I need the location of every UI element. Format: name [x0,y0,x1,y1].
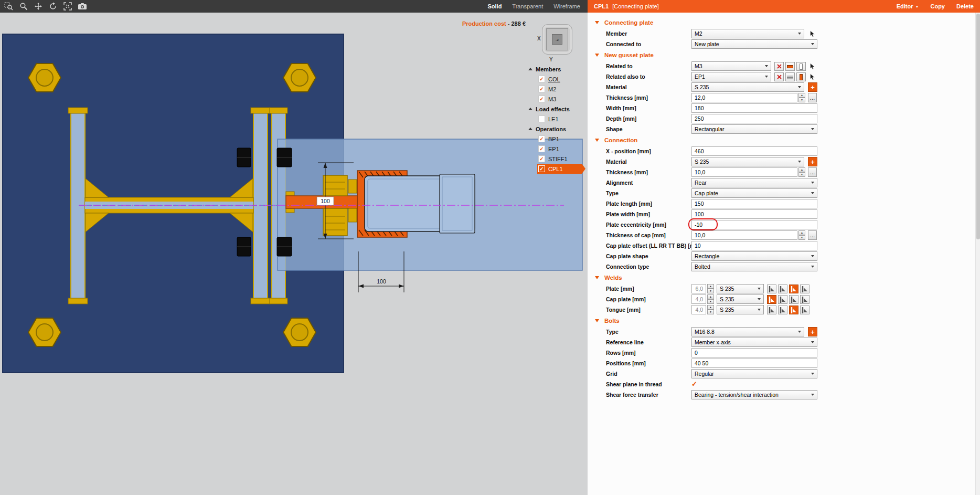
step-down-icon[interactable]: ▼ [798,98,805,102]
dropdown-cap-plate-shape[interactable]: Rectangle [691,251,817,261]
scene-canvas[interactable]: 100 100 [0,13,588,495]
weld-type-2-button[interactable] [789,285,798,293]
nav-cube[interactable]: -z X Y [538,21,577,67]
step-up-icon[interactable]: ▲ [798,167,805,172]
tree-item-cpl1[interactable]: ✓ CPL1 [537,164,585,174]
weld-type-2-button[interactable] [789,295,798,304]
more-options-button[interactable]: … [808,230,817,240]
add-material-button[interactable]: + [808,157,817,166]
step-down-icon[interactable]: ▼ [798,172,805,177]
add-type-button[interactable]: + [808,327,817,336]
checkbox[interactable] [538,115,545,122]
value-stepper[interactable]: ▲ ▼ [798,93,805,102]
checkbox[interactable]: ✓ [538,165,545,172]
weld-type-1-button[interactable] [778,306,787,314]
checkbox[interactable]: ✓ [538,96,545,102]
delete-button[interactable]: Delete [956,3,974,9]
tree-item-m3[interactable]: ✓ M3 [527,94,585,104]
dropdown-material[interactable]: S 235 [691,157,804,166]
3d-viewport[interactable]: 100 100 Production cost - 288 € -z X Y M… [0,13,588,495]
scrollbar-thumb[interactable] [976,14,980,239]
panel-scrollbar[interactable] [975,13,980,495]
weld-type-0-button[interactable] [767,306,776,314]
checkbox[interactable]: ✓ [538,145,545,152]
fit-view-icon[interactable] [61,1,74,12]
plate-v-orange-button[interactable] [796,72,806,81]
input-positions-mm[interactable]: 40 50 [691,359,817,368]
weld-type-1-button[interactable] [778,295,787,304]
tree-item-col[interactable]: ✓ COL [527,74,585,84]
step-up-icon[interactable]: ▲ [707,294,714,299]
tree-item-stiff1[interactable]: ✓ STIFF1 [527,154,585,164]
checkbox[interactable]: ✓ [538,86,545,92]
tree-item-ep1[interactable]: ✓ EP1 [527,144,585,154]
input-plate-length-mm[interactable]: 150 [691,199,817,208]
tree-group-load-effects[interactable]: Load effects [527,104,585,114]
x-red-button[interactable] [774,62,784,71]
cursor-button[interactable] [807,62,817,71]
input-cap-plate-offset-ll-rr-tt-bb-mm[interactable]: 10 [691,241,817,250]
add-material-button[interactable]: + [808,82,817,92]
input-width-mm[interactable]: 180 [691,103,817,113]
weld-material-dropdown[interactable]: S 235 [717,305,764,314]
plate-h-lines-button[interactable] [785,72,795,81]
checkbox[interactable]: ✓ [538,155,545,162]
value-stepper[interactable]: ▲ ▼ [798,230,805,240]
section-new-gusset-plate[interactable]: New gusset plate [588,49,980,61]
dropdown-grid[interactable]: Regular [691,369,817,378]
step-down-icon[interactable]: ▼ [707,289,714,293]
weld-material-dropdown[interactable]: S 235 [717,284,764,293]
weld-material-dropdown[interactable]: S 235 [717,294,764,304]
weld-type-0-button[interactable] [767,285,776,293]
dropdown-related-to[interactable]: M3 [691,61,771,71]
dropdown-member[interactable]: M2 [691,29,804,38]
section-bolts[interactable]: Bolts [588,315,980,327]
editor-button[interactable]: Editor▼ [897,3,919,9]
rotate-icon[interactable] [46,1,59,12]
input-plate-width-mm[interactable]: 100 [691,209,817,219]
nav-cube-face[interactable]: -z [546,28,568,50]
value-stepper[interactable]: ▲ ▼ [707,284,714,293]
plate-v-gray-button[interactable] [796,62,806,71]
tree-group-members[interactable]: Members [527,64,585,74]
input-depth-mm[interactable]: 250 [691,114,817,123]
tree-item-m2[interactable]: ✓ M2 [527,84,585,94]
input-thickness-mm[interactable]: 10,0 [691,167,797,177]
step-up-icon[interactable]: ▲ [707,284,714,289]
dropdown-related-also-to[interactable]: EP1 [691,72,771,81]
dropdown-shape[interactable]: Rectangular [691,124,817,134]
cursor-button[interactable] [807,29,817,38]
weld-size-input[interactable]: 6,0 [691,284,706,293]
dropdown-material[interactable]: S 235 [691,82,804,92]
step-up-icon[interactable]: ▲ [798,93,805,98]
view-mode-solid[interactable]: Solid [487,3,502,9]
more-options-button[interactable]: … [808,93,817,102]
cursor-button[interactable] [807,72,817,81]
input-thickness-of-cap-mm[interactable]: 10,0 [691,230,797,240]
copy-button[interactable]: Copy [930,3,945,9]
weld-type-0-button[interactable] [767,295,776,304]
section-connecting-plate[interactable]: Connecting plate [588,17,980,28]
tree-group-operations[interactable]: Operations [527,124,585,134]
x-red-button[interactable] [774,72,784,81]
plate-h-orange-button[interactable] [785,62,795,71]
section-welds[interactable]: Welds [588,272,980,283]
pan-icon[interactable] [31,1,45,12]
step-down-icon[interactable]: ▼ [707,299,714,304]
weld-type-2-button[interactable] [789,306,798,314]
screenshot-icon[interactable] [76,1,89,12]
more-options-button[interactable]: … [808,167,817,177]
section-connection[interactable]: Connection [588,134,980,146]
tree-item-bp1[interactable]: ✓ BP1 [527,134,585,144]
weld-type-3-button[interactable] [800,295,809,304]
step-down-icon[interactable]: ▼ [707,310,714,314]
view-mode-wireframe[interactable]: Wireframe [553,3,580,9]
dropdown-type[interactable]: Cap plate [691,188,817,198]
dropdown-connected-to[interactable]: New plate [691,39,817,49]
input-thickness-mm[interactable]: 12,0 [691,93,797,102]
step-down-icon[interactable]: ▼ [798,235,805,240]
member-m2-tube[interactable] [365,174,475,233]
checkbox-shear-plane-in-thread[interactable]: ✓ [691,380,697,389]
weld-type-3-button[interactable] [800,285,809,293]
dropdown-connection-type[interactable]: Bolted [691,262,817,271]
